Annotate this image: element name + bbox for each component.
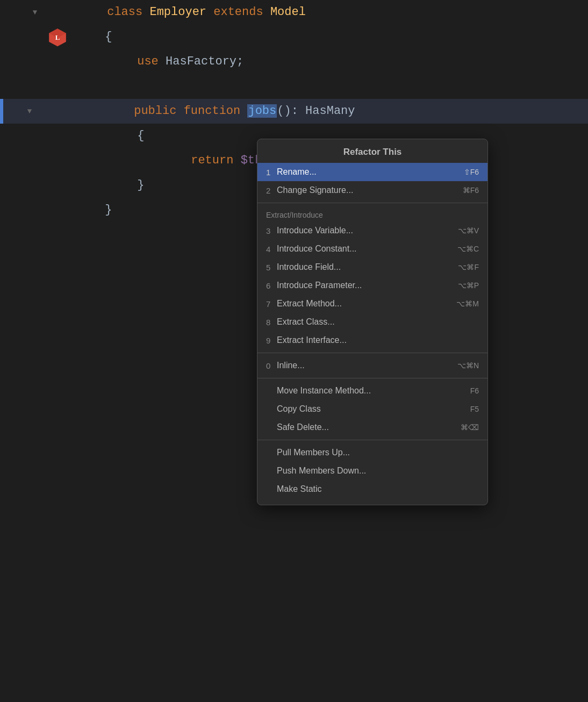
menu-separator-4 xyxy=(257,440,487,440)
menu-item-shortcut-copy-class: F5 xyxy=(470,405,479,413)
menu-item-label-extract-interface: Extract Interface... xyxy=(277,335,479,345)
menu-item-label-inline: Inline... xyxy=(277,361,457,370)
menu-item-introduce-parameter[interactable]: 6 Introduce Parameter... ⌥⌘P xyxy=(257,276,487,295)
menu-item-extract-class[interactable]: 8 Extract Class... xyxy=(257,313,487,331)
collapse-arrow-function[interactable]: ▼ xyxy=(21,99,38,124)
line-indicator xyxy=(0,99,3,124)
menu-item-copy-class[interactable]: - Copy Class F5 xyxy=(257,400,487,418)
menu-item-shortcut-introduce-variable: ⌥⌘V xyxy=(458,226,479,235)
menu-item-label-move-instance-method: Move Instance Method... xyxy=(277,386,470,396)
code-line-use: use HasFactory; xyxy=(0,49,588,74)
menu-item-number-9: 9 xyxy=(266,336,277,345)
menu-item-number-5: 5 xyxy=(266,263,277,272)
menu-item-label-pull-members-up: Pull Members Up... xyxy=(277,448,479,457)
menu-item-move-instance-method[interactable]: - Move Instance Method... F6 xyxy=(257,382,487,400)
menu-separator-3 xyxy=(257,378,487,378)
refactor-menu: Refactor This 1 Rename... ⇧F6 2 Change S… xyxy=(257,139,488,505)
menu-item-shortcut-move-instance-method: F6 xyxy=(470,386,479,395)
menu-item-push-members-down[interactable]: - Push Members Down... xyxy=(257,462,487,480)
menu-item-number-6: 6 xyxy=(266,281,277,290)
menu-item-label-extract-method: Extract Method... xyxy=(277,299,456,309)
menu-item-shortcut-introduce-field: ⌥⌘F xyxy=(458,263,479,271)
menu-item-rename[interactable]: 1 Rename... ⇧F6 xyxy=(257,163,487,181)
menu-item-label-change-signature: Change Signature... xyxy=(277,185,463,195)
menu-item-label-introduce-constant: Introduce Constant... xyxy=(277,244,457,254)
menu-item-label-push-members-down: Push Members Down... xyxy=(277,466,479,476)
editor-area: L ▼ class Employer extends Model { use H… xyxy=(0,0,588,702)
menu-item-number-2: 2 xyxy=(266,186,277,195)
menu-item-label-make-static: Make Static xyxy=(277,484,479,494)
menu-item-shortcut-introduce-constant: ⌥⌘C xyxy=(457,245,479,253)
menu-item-pull-members-up[interactable]: - Pull Members Up... xyxy=(257,443,487,462)
menu-item-change-signature[interactable]: 2 Change Signature... ⌘F6 xyxy=(257,181,487,199)
menu-item-introduce-constant[interactable]: 4 Introduce Constant... ⌥⌘C xyxy=(257,240,487,258)
menu-item-number-0: 0 xyxy=(266,361,277,370)
menu-item-label-extract-class: Extract Class... xyxy=(277,317,479,327)
laravel-icon: L xyxy=(5,3,25,22)
menu-separator-2 xyxy=(257,353,487,353)
menu-item-shortcut-inline: ⌥⌘N xyxy=(457,361,479,370)
menu-item-label-copy-class: Copy Class xyxy=(277,404,470,414)
menu-item-label-rename: Rename... xyxy=(277,167,464,177)
menu-item-inline[interactable]: 0 Inline... ⌥⌘N xyxy=(257,356,487,375)
menu-item-shortcut-extract-method: ⌥⌘M xyxy=(456,299,479,308)
menu-item-introduce-variable[interactable]: 3 Introduce Variable... ⌥⌘V xyxy=(257,221,487,240)
menu-item-shortcut-safe-delete: ⌘⌫ xyxy=(461,423,479,432)
menu-separator-1 xyxy=(257,203,487,203)
menu-item-shortcut-change-signature: ⌘F6 xyxy=(463,186,479,195)
menu-item-label-safe-delete: Safe Delete... xyxy=(277,422,461,432)
menu-item-number-8: 8 xyxy=(266,318,277,327)
refactor-menu-title: Refactor This xyxy=(257,139,487,163)
menu-item-number-1: 1 xyxy=(266,168,277,177)
menu-item-shortcut-rename: ⇧F6 xyxy=(464,168,479,176)
menu-item-label-introduce-parameter: Introduce Parameter... xyxy=(277,281,458,290)
menu-section-extract: Extract/Introduce xyxy=(257,206,487,221)
menu-item-label-introduce-field: Introduce Field... xyxy=(277,262,458,272)
menu-item-label-introduce-variable: Introduce Variable... xyxy=(277,226,458,235)
menu-item-number-4: 4 xyxy=(266,245,277,254)
menu-item-extract-interface[interactable]: 9 Extract Interface... xyxy=(257,331,487,349)
menu-item-extract-method[interactable]: 7 Extract Method... ⌥⌘M xyxy=(257,295,487,313)
menu-item-shortcut-introduce-parameter: ⌥⌘P xyxy=(458,281,479,290)
menu-item-number-7: 7 xyxy=(266,299,277,309)
menu-item-safe-delete[interactable]: - Safe Delete... ⌘⌫ xyxy=(257,418,487,436)
menu-item-make-static[interactable]: - Make Static xyxy=(257,480,487,498)
menu-item-number-3: 3 xyxy=(266,226,277,235)
keyword-use: use xyxy=(137,55,166,68)
menu-item-introduce-field[interactable]: 5 Introduce Field... ⌥⌘F xyxy=(257,258,487,276)
